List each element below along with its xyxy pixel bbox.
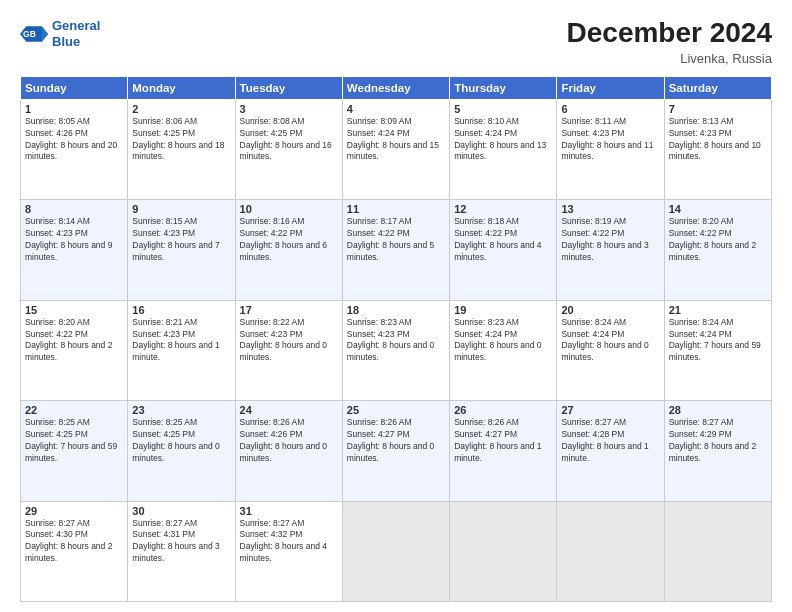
day-info: Sunrise: 8:23 AMSunset: 4:23 PMDaylight:… [347, 317, 445, 365]
day-info: Sunrise: 8:20 AMSunset: 4:22 PMDaylight:… [669, 216, 767, 264]
calendar-cell [664, 501, 771, 601]
day-info: Sunrise: 8:23 AMSunset: 4:24 PMDaylight:… [454, 317, 552, 365]
calendar-week-row: 15 Sunrise: 8:20 AMSunset: 4:22 PMDaylig… [21, 300, 772, 400]
day-number: 26 [454, 404, 552, 416]
calendar-body: 1 Sunrise: 8:05 AMSunset: 4:26 PMDayligh… [21, 99, 772, 601]
dow-header: Thursday [450, 76, 557, 99]
calendar-cell: 9 Sunrise: 8:15 AMSunset: 4:23 PMDayligh… [128, 200, 235, 300]
day-number: 3 [240, 103, 338, 115]
day-number: 16 [132, 304, 230, 316]
day-number: 9 [132, 203, 230, 215]
day-info: Sunrise: 8:24 AMSunset: 4:24 PMDaylight:… [669, 317, 767, 365]
calendar-cell: 6 Sunrise: 8:11 AMSunset: 4:23 PMDayligh… [557, 99, 664, 199]
day-number: 1 [25, 103, 123, 115]
day-number: 28 [669, 404, 767, 416]
day-info: Sunrise: 8:08 AMSunset: 4:25 PMDaylight:… [240, 116, 338, 164]
day-info: Sunrise: 8:09 AMSunset: 4:24 PMDaylight:… [347, 116, 445, 164]
calendar-cell: 24 Sunrise: 8:26 AMSunset: 4:26 PMDaylig… [235, 401, 342, 501]
location: Livenka, Russia [567, 51, 772, 66]
day-number: 19 [454, 304, 552, 316]
calendar-week-row: 29 Sunrise: 8:27 AMSunset: 4:30 PMDaylig… [21, 501, 772, 601]
day-number: 7 [669, 103, 767, 115]
day-info: Sunrise: 8:26 AMSunset: 4:27 PMDaylight:… [454, 417, 552, 465]
calendar-cell [557, 501, 664, 601]
day-info: Sunrise: 8:20 AMSunset: 4:22 PMDaylight:… [25, 317, 123, 365]
day-number: 2 [132, 103, 230, 115]
day-info: Sunrise: 8:18 AMSunset: 4:22 PMDaylight:… [454, 216, 552, 264]
calendar-cell: 11 Sunrise: 8:17 AMSunset: 4:22 PMDaylig… [342, 200, 449, 300]
calendar-cell: 13 Sunrise: 8:19 AMSunset: 4:22 PMDaylig… [557, 200, 664, 300]
day-number: 22 [25, 404, 123, 416]
day-info: Sunrise: 8:27 AMSunset: 4:32 PMDaylight:… [240, 518, 338, 566]
calendar-cell: 22 Sunrise: 8:25 AMSunset: 4:25 PMDaylig… [21, 401, 128, 501]
dow-header: Tuesday [235, 76, 342, 99]
logo-text: General Blue [52, 18, 100, 49]
calendar-cell: 29 Sunrise: 8:27 AMSunset: 4:30 PMDaylig… [21, 501, 128, 601]
day-number: 30 [132, 505, 230, 517]
dow-header: Sunday [21, 76, 128, 99]
calendar-cell: 21 Sunrise: 8:24 AMSunset: 4:24 PMDaylig… [664, 300, 771, 400]
calendar-cell: 7 Sunrise: 8:13 AMSunset: 4:23 PMDayligh… [664, 99, 771, 199]
day-number: 21 [669, 304, 767, 316]
dow-header: Monday [128, 76, 235, 99]
calendar-cell: 31 Sunrise: 8:27 AMSunset: 4:32 PMDaylig… [235, 501, 342, 601]
calendar-cell: 19 Sunrise: 8:23 AMSunset: 4:24 PMDaylig… [450, 300, 557, 400]
day-info: Sunrise: 8:19 AMSunset: 4:22 PMDaylight:… [561, 216, 659, 264]
day-of-week-row: SundayMondayTuesdayWednesdayThursdayFrid… [21, 76, 772, 99]
logo: GB General Blue [20, 18, 100, 49]
logo-icon: GB [20, 20, 48, 48]
svg-marker-1 [42, 26, 48, 42]
day-number: 18 [347, 304, 445, 316]
day-info: Sunrise: 8:06 AMSunset: 4:25 PMDaylight:… [132, 116, 230, 164]
day-info: Sunrise: 8:24 AMSunset: 4:24 PMDaylight:… [561, 317, 659, 365]
calendar-cell: 4 Sunrise: 8:09 AMSunset: 4:24 PMDayligh… [342, 99, 449, 199]
day-info: Sunrise: 8:27 AMSunset: 4:29 PMDaylight:… [669, 417, 767, 465]
day-info: Sunrise: 8:27 AMSunset: 4:30 PMDaylight:… [25, 518, 123, 566]
day-number: 17 [240, 304, 338, 316]
svg-text:GB: GB [23, 29, 36, 39]
day-info: Sunrise: 8:05 AMSunset: 4:26 PMDaylight:… [25, 116, 123, 164]
calendar-cell [342, 501, 449, 601]
calendar-cell: 1 Sunrise: 8:05 AMSunset: 4:26 PMDayligh… [21, 99, 128, 199]
day-info: Sunrise: 8:10 AMSunset: 4:24 PMDaylight:… [454, 116, 552, 164]
day-info: Sunrise: 8:14 AMSunset: 4:23 PMDaylight:… [25, 216, 123, 264]
calendar-cell: 23 Sunrise: 8:25 AMSunset: 4:25 PMDaylig… [128, 401, 235, 501]
day-number: 13 [561, 203, 659, 215]
calendar-cell [450, 501, 557, 601]
calendar-cell: 16 Sunrise: 8:21 AMSunset: 4:23 PMDaylig… [128, 300, 235, 400]
calendar-cell: 20 Sunrise: 8:24 AMSunset: 4:24 PMDaylig… [557, 300, 664, 400]
day-number: 12 [454, 203, 552, 215]
calendar-cell: 14 Sunrise: 8:20 AMSunset: 4:22 PMDaylig… [664, 200, 771, 300]
calendar-cell: 12 Sunrise: 8:18 AMSunset: 4:22 PMDaylig… [450, 200, 557, 300]
calendar-cell: 5 Sunrise: 8:10 AMSunset: 4:24 PMDayligh… [450, 99, 557, 199]
day-number: 29 [25, 505, 123, 517]
day-info: Sunrise: 8:17 AMSunset: 4:22 PMDaylight:… [347, 216, 445, 264]
dow-header: Saturday [664, 76, 771, 99]
day-number: 6 [561, 103, 659, 115]
day-number: 8 [25, 203, 123, 215]
calendar-week-row: 1 Sunrise: 8:05 AMSunset: 4:26 PMDayligh… [21, 99, 772, 199]
calendar-cell: 25 Sunrise: 8:26 AMSunset: 4:27 PMDaylig… [342, 401, 449, 501]
title-block: December 2024 Livenka, Russia [567, 18, 772, 66]
page: GB General Blue December 2024 Livenka, R… [0, 0, 792, 612]
calendar-cell: 28 Sunrise: 8:27 AMSunset: 4:29 PMDaylig… [664, 401, 771, 501]
day-number: 15 [25, 304, 123, 316]
calendar-cell: 27 Sunrise: 8:27 AMSunset: 4:28 PMDaylig… [557, 401, 664, 501]
dow-header: Friday [557, 76, 664, 99]
day-info: Sunrise: 8:13 AMSunset: 4:23 PMDaylight:… [669, 116, 767, 164]
day-number: 31 [240, 505, 338, 517]
day-number: 4 [347, 103, 445, 115]
header: GB General Blue December 2024 Livenka, R… [20, 18, 772, 66]
day-number: 23 [132, 404, 230, 416]
calendar-cell: 10 Sunrise: 8:16 AMSunset: 4:22 PMDaylig… [235, 200, 342, 300]
calendar-cell: 15 Sunrise: 8:20 AMSunset: 4:22 PMDaylig… [21, 300, 128, 400]
day-info: Sunrise: 8:21 AMSunset: 4:23 PMDaylight:… [132, 317, 230, 365]
day-info: Sunrise: 8:15 AMSunset: 4:23 PMDaylight:… [132, 216, 230, 264]
day-info: Sunrise: 8:26 AMSunset: 4:26 PMDaylight:… [240, 417, 338, 465]
day-number: 10 [240, 203, 338, 215]
calendar-cell: 2 Sunrise: 8:06 AMSunset: 4:25 PMDayligh… [128, 99, 235, 199]
day-number: 27 [561, 404, 659, 416]
day-info: Sunrise: 8:16 AMSunset: 4:22 PMDaylight:… [240, 216, 338, 264]
day-info: Sunrise: 8:22 AMSunset: 4:23 PMDaylight:… [240, 317, 338, 365]
day-number: 11 [347, 203, 445, 215]
